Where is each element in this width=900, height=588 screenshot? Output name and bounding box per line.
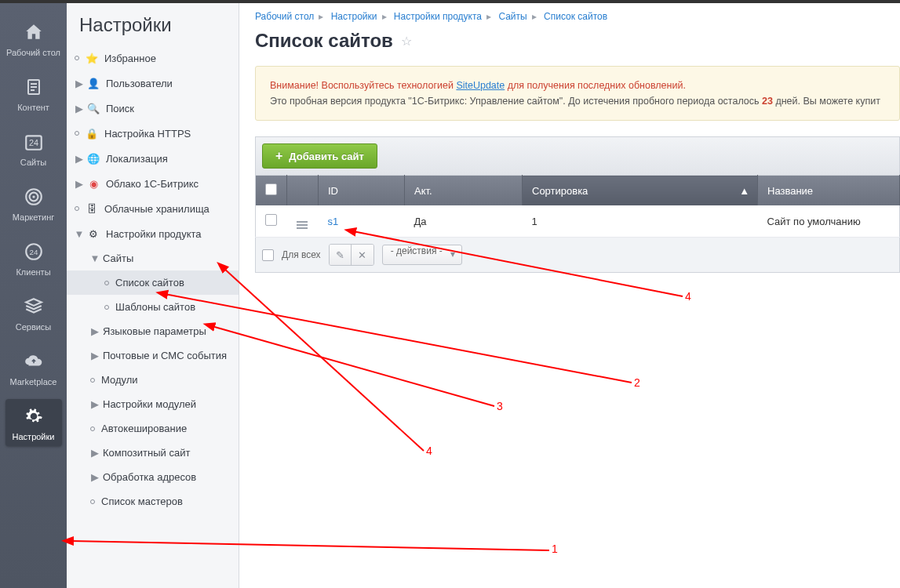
sidebar-item-search[interactable]: ▶🔍Поиск bbox=[67, 96, 239, 121]
chevron-down-icon: ▼ bbox=[75, 229, 84, 238]
chevron-right-icon: ▶ bbox=[75, 103, 84, 113]
rail-sites[interactable]: 24 Сайты bbox=[5, 125, 62, 172]
days-left: 23 bbox=[762, 96, 773, 107]
chevron-right-icon: ▶ bbox=[90, 473, 100, 482]
col-id[interactable]: ID bbox=[319, 176, 405, 206]
row-menu-icon[interactable] bbox=[297, 221, 308, 229]
bullet-icon bbox=[90, 499, 95, 504]
crumb[interactable]: Список сайтов bbox=[544, 11, 607, 22]
rail-marketplace[interactable]: Marketplace bbox=[5, 344, 62, 391]
rail-content[interactable]: Контент bbox=[5, 70, 62, 117]
sidebar-item-product-settings[interactable]: ▼⚙Настройки продукта bbox=[67, 221, 239, 246]
crumb[interactable]: Настройки bbox=[331, 11, 377, 22]
chevron-right-icon: ▶ bbox=[75, 78, 84, 88]
footer-checkbox[interactable] bbox=[262, 249, 274, 261]
svg-text:24: 24 bbox=[28, 138, 38, 147]
home-icon bbox=[21, 20, 46, 45]
document-icon bbox=[21, 74, 46, 100]
sidebar-item-autocache[interactable]: Автокеширование bbox=[67, 416, 239, 441]
crumb[interactable]: Рабочий стол bbox=[255, 11, 314, 22]
bullet-icon bbox=[104, 305, 109, 310]
rail-marketing[interactable]: Маркетинг bbox=[5, 180, 62, 227]
chevron-right-icon: ▶ bbox=[90, 327, 100, 336]
sidebar-item-users[interactable]: ▶👤Пользователи bbox=[67, 71, 239, 96]
gear-icon bbox=[21, 404, 46, 429]
sidebar-item-site-list[interactable]: Список сайтов bbox=[67, 270, 239, 295]
lock-icon: 🔒 bbox=[86, 127, 98, 140]
sidebar-item-composite[interactable]: ▶Композитный сайт bbox=[67, 441, 239, 465]
sidebar-title: Настройки bbox=[67, 14, 239, 45]
table-footer: Для всех ✎ ✕ - действия - bbox=[255, 238, 900, 273]
chevron-right-icon: ▶ bbox=[75, 179, 84, 188]
sidebar-item-localization[interactable]: ▶🌐Локализация bbox=[67, 146, 239, 171]
user-icon: 👤 bbox=[87, 77, 100, 89]
bullet-icon bbox=[75, 56, 79, 60]
actions-select[interactable]: - действия - bbox=[382, 245, 462, 265]
edit-button[interactable]: ✎ bbox=[330, 245, 352, 265]
sidebar-item-favorites[interactable]: ⭐Избранное bbox=[67, 45, 239, 71]
sidebar-item-cloud-storage[interactable]: 🗄Облачные хранилища bbox=[67, 196, 239, 221]
add-site-button[interactable]: +Добавить сайт bbox=[262, 143, 377, 169]
sidebar: Настройки ⭐Избранное ▶👤Пользователи ▶🔍По… bbox=[67, 3, 239, 588]
left-rail: Рабочий стол Контент 24 Сайты Маркетинг … bbox=[0, 3, 67, 588]
table-row[interactable]: s1 Да 1 Сайт по умолчанию bbox=[256, 205, 900, 238]
sidebar-item-cloud-1c[interactable]: ▶◉Облако 1С-Битрикс bbox=[67, 171, 239, 196]
for-all-label: Для всех bbox=[282, 249, 321, 260]
siteupdate-link[interactable]: SiteUpdate bbox=[456, 80, 505, 91]
sidebar-item-https[interactable]: 🔒Настройка HTTPS bbox=[67, 121, 239, 146]
calendar-icon: 24 bbox=[21, 129, 46, 154]
globe-icon: 🌐 bbox=[87, 152, 100, 165]
col-name[interactable]: Название bbox=[758, 176, 900, 206]
support-icon: 24 bbox=[21, 239, 46, 264]
sites-table: ID Акт. Сортировка▲ Название s1 Да 1 Сай… bbox=[255, 175, 900, 238]
rail-desktop[interactable]: Рабочий стол bbox=[5, 15, 62, 62]
sidebar-item-module-settings[interactable]: ▶Настройки модулей bbox=[67, 392, 239, 416]
sort-asc-icon: ▲ bbox=[739, 185, 749, 197]
svg-point-8 bbox=[32, 195, 35, 198]
sidebar-item-url-processing[interactable]: ▶Обработка адресов bbox=[67, 465, 239, 489]
toolbar: +Добавить сайт bbox=[255, 136, 900, 175]
rail-settings[interactable]: Настройки bbox=[5, 399, 62, 446]
row-name: Сайт по умолчанию bbox=[758, 205, 900, 238]
storage-icon: 🗄 bbox=[86, 202, 98, 215]
bullet-icon bbox=[104, 281, 109, 285]
crumb[interactable]: Настройки продукта bbox=[394, 11, 482, 22]
page-title: Список сайтов bbox=[255, 30, 393, 52]
plus-icon: + bbox=[275, 149, 282, 163]
sidebar-item-wizards[interactable]: Список мастеров bbox=[67, 489, 239, 514]
col-active[interactable]: Акт. bbox=[405, 176, 523, 206]
svg-text:24: 24 bbox=[29, 248, 38, 256]
rail-services[interactable]: Сервисы bbox=[5, 289, 62, 336]
layers-icon bbox=[21, 294, 46, 319]
sidebar-item-lang-params[interactable]: ▶Языковые параметры bbox=[67, 319, 239, 343]
chevron-right-icon: ▶ bbox=[75, 154, 84, 163]
sidebar-item-mail-sms[interactable]: ▶Почтовые и СМС события bbox=[67, 343, 239, 368]
delete-button[interactable]: ✕ bbox=[352, 245, 373, 265]
row-active: Да bbox=[405, 205, 523, 238]
favorite-star-icon[interactable]: ☆ bbox=[401, 34, 412, 49]
cloud-icon bbox=[21, 349, 46, 374]
select-all-checkbox[interactable] bbox=[265, 183, 277, 195]
row-id-link[interactable]: s1 bbox=[328, 216, 339, 227]
rail-clients[interactable]: 24 Клиенты bbox=[5, 234, 62, 281]
bullet-icon bbox=[90, 378, 95, 383]
gear-icon: ⚙ bbox=[87, 227, 100, 240]
bitrix-icon: ◉ bbox=[87, 177, 100, 190]
bullet-icon bbox=[75, 131, 79, 136]
sidebar-item-modules[interactable]: Модули bbox=[67, 368, 239, 392]
bullet-icon bbox=[75, 206, 79, 211]
breadcrumb: Рабочий стол▸ Настройки▸ Настройки проду… bbox=[239, 3, 900, 22]
chevron-right-icon: ▶ bbox=[90, 351, 100, 361]
chevron-right-icon: ▶ bbox=[90, 400, 100, 409]
chevron-down-icon: ▼ bbox=[90, 254, 100, 263]
target-icon bbox=[21, 184, 46, 209]
row-sort: 1 bbox=[523, 205, 758, 238]
col-sort[interactable]: Сортировка▲ bbox=[523, 176, 758, 206]
main-content: Рабочий стол▸ Настройки▸ Настройки проду… bbox=[239, 3, 900, 588]
close-icon: ✕ bbox=[358, 249, 366, 261]
alert-box: Внимание! Воспользуйтесь технологией Sit… bbox=[255, 66, 900, 121]
crumb[interactable]: Сайты bbox=[498, 11, 527, 22]
sidebar-item-site-templates[interactable]: Шаблоны сайтов bbox=[67, 295, 239, 319]
sidebar-item-sites[interactable]: ▼Сайты bbox=[67, 246, 239, 270]
row-checkbox[interactable] bbox=[265, 214, 277, 226]
